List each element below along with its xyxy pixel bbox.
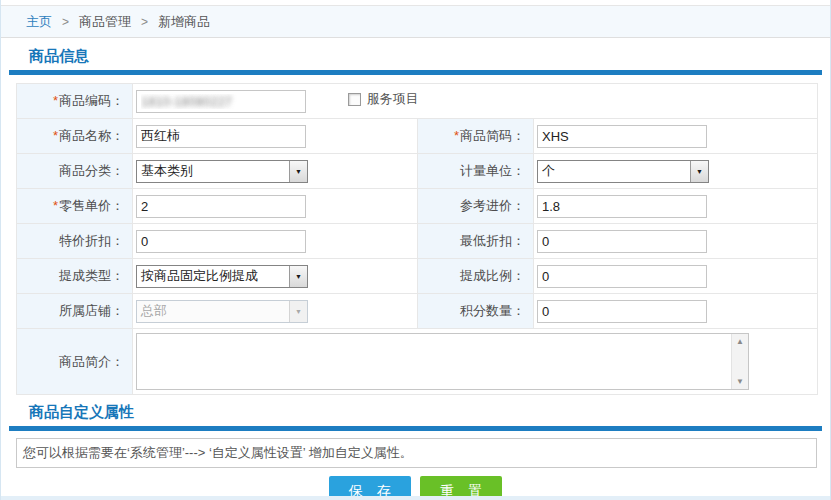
commission-type-label: 提成类型： — [59, 268, 124, 283]
breadcrumb-product-management[interactable]: 商品管理 — [79, 14, 131, 29]
purchase-price-label: 参考进价： — [460, 198, 525, 213]
product-name-input[interactable] — [136, 125, 306, 148]
intro-textarea[interactable]: ▲ ▼ — [136, 333, 749, 390]
scroll-down-icon[interactable]: ▼ — [732, 374, 748, 389]
points-input[interactable] — [537, 300, 707, 323]
retail-price-input[interactable] — [136, 195, 306, 218]
category-select[interactable]: 基本类别 ▼ — [136, 160, 308, 183]
intro-label: 商品简介： — [59, 354, 124, 369]
section-title-product-info: 商品信息 — [29, 47, 822, 66]
required-mark: * — [53, 93, 58, 108]
section-divider-bar — [9, 426, 822, 431]
required-mark: * — [53, 128, 58, 143]
special-discount-label: 特价折扣： — [59, 233, 124, 248]
chevron-down-icon: ▼ — [289, 301, 307, 322]
short-code-label: 商品简码： — [460, 128, 525, 143]
textarea-scrollbar[interactable]: ▲ ▼ — [731, 334, 748, 389]
page-bottom-strip — [1, 496, 830, 500]
chevron-down-icon: ▼ — [289, 161, 307, 182]
points-label: 积分数量： — [460, 303, 525, 318]
required-mark: * — [454, 128, 459, 143]
category-label: 商品分类： — [59, 163, 124, 178]
required-mark: * — [53, 198, 58, 213]
min-discount-label: 最低折扣： — [460, 233, 525, 248]
breadcrumb: 主页>商品管理>新增商品 — [1, 5, 830, 38]
commission-ratio-input[interactable] — [537, 265, 707, 288]
store-select: 总部 ▼ — [136, 300, 308, 323]
service-item-checkbox[interactable] — [348, 93, 361, 106]
product-code-input[interactable] — [136, 90, 306, 113]
table-row: *零售单价： 参考进价： — [17, 189, 818, 224]
category-selected-value: 基本类别 — [137, 162, 289, 180]
product-name-label: 商品名称： — [59, 128, 124, 143]
breadcrumb-home[interactable]: 主页 — [26, 14, 52, 29]
chevron-down-icon: ▼ — [690, 161, 708, 182]
table-row: 所属店铺： 总部 ▼ 积分数量： — [17, 294, 818, 329]
breadcrumb-current-page: 新增商品 — [158, 14, 210, 29]
retail-price-label: 零售单价： — [59, 198, 124, 213]
section-divider-bar — [9, 70, 822, 75]
store-label: 所属店铺： — [59, 303, 124, 318]
commission-ratio-label: 提成比例： — [460, 268, 525, 283]
product-code-label: 商品编码： — [59, 93, 124, 108]
unit-select[interactable]: 个 ▼ — [537, 160, 709, 183]
breadcrumb-separator: > — [62, 15, 69, 29]
custom-attributes-note: 您可以根据需要在‘系统管理’---> ‘自定义属性设置’ 增加自定义属性。 — [16, 438, 817, 468]
unit-selected-value: 个 — [538, 162, 690, 180]
store-selected-value: 总部 — [137, 302, 289, 320]
service-item-label: 服务项目 — [367, 90, 419, 108]
table-row: *商品编码： 服务项目 — [17, 84, 818, 119]
product-form-table: *商品编码： 服务项目 *商品名称： *商品简码： 商品分类： 基本类别 ▼ — [16, 83, 818, 395]
scroll-up-icon[interactable]: ▲ — [732, 334, 748, 349]
commission-type-select[interactable]: 按商品固定比例提成 ▼ — [136, 265, 308, 288]
unit-label: 计量单位： — [460, 163, 525, 178]
table-row: 提成类型： 按商品固定比例提成 ▼ 提成比例： — [17, 259, 818, 294]
purchase-price-input[interactable] — [537, 195, 707, 218]
table-row: *商品名称： *商品简码： — [17, 119, 818, 154]
section-title-custom-attributes: 商品自定义属性 — [29, 403, 822, 422]
breadcrumb-separator: > — [141, 15, 148, 29]
table-row: 特价折扣： 最低折扣： — [17, 224, 818, 259]
special-discount-input[interactable] — [136, 230, 306, 253]
table-row: 商品分类： 基本类别 ▼ 计量单位： 个 ▼ — [17, 154, 818, 189]
commission-type-selected-value: 按商品固定比例提成 — [137, 267, 289, 285]
min-discount-input[interactable] — [537, 230, 707, 253]
short-code-input[interactable] — [537, 125, 707, 148]
chevron-down-icon: ▼ — [289, 266, 307, 287]
table-row: 商品简介： ▲ ▼ — [17, 329, 818, 395]
